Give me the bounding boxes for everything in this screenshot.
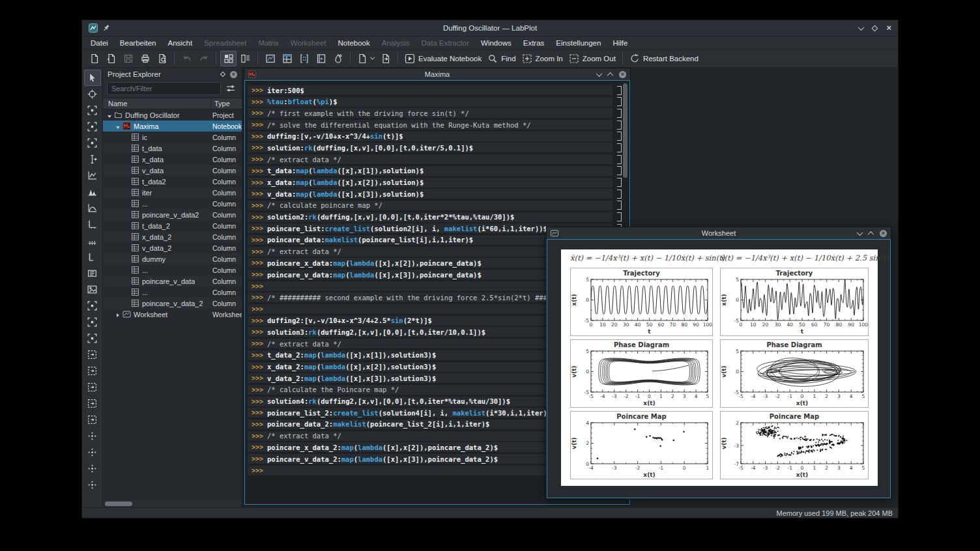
plot-poincare-map-1[interactable]: Poincare Map-4-3-2-101420x(t)v(t) xyxy=(570,411,713,479)
notebook-entry-3[interactable]: >>>/* first example with the driving for… xyxy=(248,108,612,118)
tree-row-v-data[interactable]: v_dataColumn xyxy=(103,165,242,176)
tool-nudge-down-button[interactable] xyxy=(84,444,101,460)
notebook-entry-4[interactable]: >>>/* solve the differential equation wi… xyxy=(248,120,612,130)
tool-text-frame-button[interactable] xyxy=(84,265,101,281)
new-worksheet-button[interactable] xyxy=(262,51,278,66)
menu-notebook[interactable]: Notebook xyxy=(332,36,376,49)
print-preview-button[interactable] xyxy=(154,51,170,66)
new-document-button[interactable] xyxy=(354,51,377,66)
toggle-properties-explorer-button[interactable] xyxy=(237,51,253,66)
scrollbar-thumb[interactable] xyxy=(623,83,627,178)
menu-einstellungen[interactable]: Einstellungen xyxy=(550,36,607,49)
notebook-entry-11[interactable]: >>>/* calculate poincare map */ xyxy=(248,201,612,210)
worksheet-shade-icon[interactable] xyxy=(857,229,863,236)
menu-bearbeiten[interactable]: Bearbeiten xyxy=(114,36,162,49)
tree-row-maxima[interactable]: MaximaNotebook xyxy=(103,120,242,132)
tool-zoom-y-select-button[interactable] xyxy=(84,135,101,151)
tree-row-dummy[interactable]: dummyColumn xyxy=(103,253,242,264)
tree-row-v-data-2[interactable]: v_data_2Column xyxy=(103,242,242,253)
plot-phase-diagram-2[interactable]: Phase Diagram-5-4-3-2-101234550-5x(t)v(t… xyxy=(720,339,869,408)
maximize-button[interactable] xyxy=(872,25,878,31)
tool-zoom-region-1-button[interactable] xyxy=(84,298,101,314)
notebook-entry-5[interactable]: >>>duffing:[v,-v/10+x-x^3/4+sin(t)]$ xyxy=(248,132,612,141)
titlebar[interactable]: Duffing Oscillator — LabPlot × xyxy=(82,20,898,36)
tree-row-poincare-v-data-2[interactable]: poincare_v_data_2Column xyxy=(103,298,242,309)
tool-plot-transform-button[interactable] xyxy=(84,200,101,216)
minimize-button[interactable] xyxy=(858,24,865,31)
restart-backend-button[interactable]: Restart Backend xyxy=(627,51,701,66)
close-dock-icon[interactable]: × xyxy=(230,71,237,78)
tree-row-ic[interactable]: icColumn xyxy=(103,132,242,143)
zoom-in-button[interactable]: Zoom In xyxy=(519,51,566,66)
notebook-entry-2[interactable]: >>>%tau:bfloat(%pi)$ xyxy=(248,97,612,107)
tree-row-worksheet[interactable]: WorksheetWorksheet xyxy=(103,309,242,320)
equation-label-2[interactable]: ẍ(t) = −1/4x³(t) + x(t) − 1/10ẋ(t) + 2.5… xyxy=(720,253,869,262)
find-button[interactable]: Find xyxy=(485,51,518,66)
notebook-entry-8[interactable]: >>>t_data:map(lambda([x],x[1]),solution)… xyxy=(248,166,612,176)
tree-row-duffing-oscillator[interactable]: Duffing OscillatorProject xyxy=(103,109,242,120)
color-theme-button[interactable] xyxy=(330,51,346,66)
menu-ansicht[interactable]: Ansicht xyxy=(162,36,198,49)
equation-label-1[interactable]: ẍ(t) = −1/4x³(t) + x(t) − 1/10ẋ(t) + sin… xyxy=(570,253,713,262)
expander-open-icon[interactable] xyxy=(106,111,113,119)
tool-axis-partial-button[interactable] xyxy=(84,249,101,265)
menu-extras[interactable]: Extras xyxy=(517,36,551,49)
tree-row-x-data-2[interactable]: x_data_2Column xyxy=(103,231,242,242)
new-notebook-button[interactable] xyxy=(313,51,329,66)
notebook-entry-12[interactable]: >>>solution2:rk(duffing,[x,v],[0,0],[t,0… xyxy=(248,212,612,222)
explorer-horizontal-scrollbar[interactable] xyxy=(103,500,242,507)
toggle-project-explorer-button[interactable] xyxy=(220,51,237,66)
notebook-entry-9[interactable]: >>>x_data:map(lambda([x],x[2]),solution)… xyxy=(248,178,612,188)
tool-crosshair-button[interactable] xyxy=(84,86,101,102)
tool-image-button[interactable] xyxy=(84,281,101,298)
tree-row-[interactable]: ...Column xyxy=(103,287,242,298)
expander-open-icon[interactable] xyxy=(115,122,121,130)
close-button[interactable]: × xyxy=(886,25,891,31)
tree-header[interactable]: Name Type xyxy=(103,98,242,109)
tool-nudge-left-button[interactable] xyxy=(84,460,101,477)
menu-windows[interactable]: Windows xyxy=(475,36,517,49)
tree-row-[interactable]: ...Column xyxy=(103,198,242,209)
notebook-entry-6[interactable]: >>>solution:rk(duffing,[x,v],[0,0],[t,0,… xyxy=(248,143,612,152)
tree-row-t-data-2[interactable]: t_data_2Column xyxy=(103,220,242,231)
tool-nudge-right-button[interactable] xyxy=(84,477,101,493)
new-matrix-button[interactable] xyxy=(296,51,312,66)
tree-row-x-data[interactable]: x_dataColumn xyxy=(103,154,242,165)
tool-axis-ticks-button[interactable] xyxy=(84,233,101,249)
expander-closed-icon[interactable] xyxy=(115,311,121,318)
maxima-close-icon[interactable]: × xyxy=(619,71,626,78)
export-document-button[interactable] xyxy=(377,51,394,66)
pin-icon[interactable] xyxy=(102,24,110,32)
zoom-out-button[interactable]: Zoom Out xyxy=(566,51,618,66)
open-project-button[interactable] xyxy=(103,51,119,66)
tool-extend-range-button[interactable] xyxy=(84,412,101,428)
tool-shift-down-button[interactable] xyxy=(84,395,101,412)
tool-shift-left-button[interactable] xyxy=(84,363,101,379)
notebook-entry-7[interactable]: >>>/* extract data */ xyxy=(248,154,612,164)
tool-cursor-line-button[interactable] xyxy=(84,151,101,167)
tool-select-button[interactable] xyxy=(84,70,101,86)
float-dock-icon[interactable] xyxy=(220,72,225,77)
tree-row-t-data[interactable]: t_dataColumn xyxy=(103,143,242,154)
new-spreadsheet-button[interactable] xyxy=(279,51,295,66)
tree-row-[interactable]: ...Column xyxy=(103,264,242,276)
worksheet-restore-icon[interactable] xyxy=(868,231,874,237)
tool-zoom-x-select-button[interactable] xyxy=(84,119,101,135)
print-button[interactable] xyxy=(137,51,153,66)
worksheet-titlebar[interactable]: Worksheet × xyxy=(547,227,891,239)
notebook-entry-10[interactable]: >>>v_data:map(lambda([x],x[3]),solution)… xyxy=(248,189,612,199)
menu-datei[interactable]: Datei xyxy=(85,36,114,49)
notebook-entry-1[interactable]: >>>iter:500$ xyxy=(248,85,612,95)
tool-zoom-select-button[interactable] xyxy=(84,102,101,119)
search-input[interactable] xyxy=(107,82,221,95)
plot-trajectory-1[interactable]: Trajectory010203040506070809010050-5tx(t… xyxy=(570,268,713,336)
tree-row-poincare-v-data[interactable]: poincare_v_dataColumn xyxy=(103,276,242,287)
scrollbar-thumb[interactable] xyxy=(105,502,132,506)
plot-poincare-map-2[interactable]: Poincare Map-5-4-3-2-10123452-3-7x(t)v(t… xyxy=(720,411,869,479)
tool-zoom-region-2-button[interactable] xyxy=(84,314,101,330)
tool-shift-right-button[interactable] xyxy=(84,346,101,363)
menu-hilfe[interactable]: Hilfe xyxy=(607,36,633,49)
tree-row-poincare-v-data2[interactable]: poincare_v_data2Column xyxy=(103,209,242,220)
evaluate-notebook-button[interactable]: Evaluate Notebook xyxy=(402,51,484,66)
filter-options-icon[interactable] xyxy=(223,82,238,95)
